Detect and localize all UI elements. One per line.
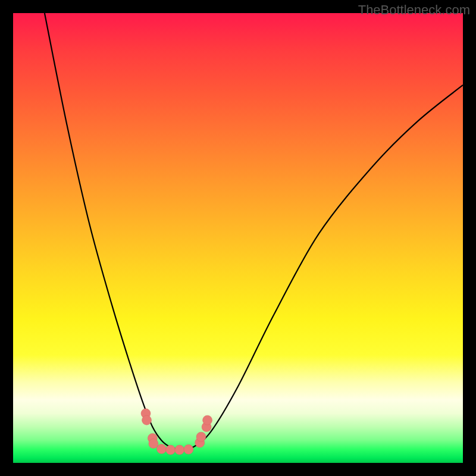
basin-markers — [141, 409, 212, 455]
watermark-text: TheBottleneck.com — [358, 2, 470, 18]
chart-svg — [13, 13, 463, 463]
basin-marker — [166, 445, 176, 455]
right-branch-line — [180, 85, 463, 449]
basin-marker — [156, 444, 166, 454]
left-branch-line — [45, 13, 180, 449]
basin-marker — [196, 432, 206, 441]
basin-marker — [142, 415, 152, 425]
basin-marker — [184, 444, 193, 454]
basin-marker — [149, 439, 158, 448]
basin-marker — [175, 445, 184, 455]
basin-marker — [203, 415, 212, 425]
chart-plot-area — [13, 13, 463, 463]
